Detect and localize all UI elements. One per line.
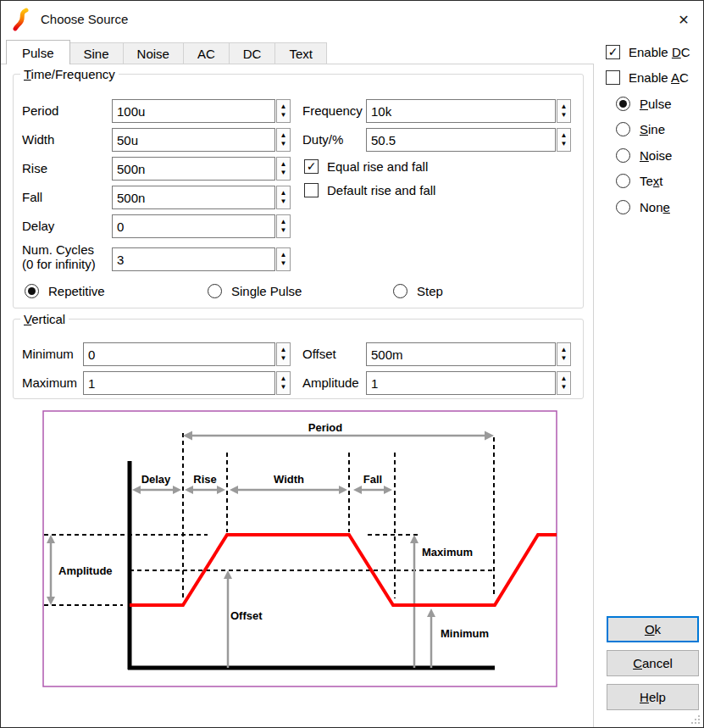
spin-up-icon[interactable]: ▲ — [280, 375, 287, 383]
fall-spinner[interactable]: ▲▼ — [276, 186, 291, 209]
maximum-field[interactable] — [83, 371, 275, 395]
single-pulse-radio[interactable] — [208, 284, 222, 298]
step-radio[interactable] — [393, 284, 407, 298]
source-sine-label: Sine — [640, 122, 665, 137]
maximum-spinner[interactable]: ▲▼ — [276, 371, 291, 395]
spin-down-icon[interactable]: ▼ — [280, 140, 287, 148]
fall-field[interactable] — [112, 186, 275, 209]
app-logo-icon — [12, 8, 31, 31]
source-noise-radio[interactable] — [616, 148, 630, 163]
num-cycles-label-line1: Num. Cycles — [22, 242, 94, 257]
amplitude-spinner[interactable]: ▲▼ — [557, 371, 571, 395]
minimum-field[interactable] — [83, 342, 275, 366]
source-text-radio[interactable] — [616, 174, 630, 188]
ok-button[interactable]: Ok — [607, 616, 699, 642]
spin-down-icon[interactable]: ▼ — [280, 226, 287, 235]
tab-noise[interactable]: Noise — [123, 42, 184, 64]
spin-up-icon[interactable]: ▲ — [280, 189, 287, 197]
arrowhead-left-icon — [353, 486, 362, 494]
amplitude-label: Amplitude — [302, 371, 359, 395]
spin-down-icon[interactable]: ▼ — [280, 259, 287, 268]
spin-down-icon[interactable]: ▼ — [280, 354, 287, 363]
window-title: Choose Source — [41, 11, 128, 28]
minimum-spinner[interactable]: ▲▼ — [276, 342, 291, 366]
spin-up-icon[interactable]: ▲ — [280, 218, 287, 226]
rise-field[interactable] — [112, 157, 275, 181]
offset-spinner[interactable]: ▲▼ — [557, 342, 571, 366]
tab-sine[interactable]: Sine — [69, 42, 124, 64]
spin-down-icon[interactable]: ▼ — [280, 197, 287, 206]
duty-field[interactable] — [366, 128, 556, 152]
amplitude-field[interactable] — [366, 371, 556, 395]
delay-field[interactable] — [112, 214, 275, 238]
spin-down-icon[interactable]: ▼ — [280, 111, 287, 119]
rise-spinner[interactable]: ▲▼ — [276, 157, 291, 181]
period-spinner[interactable]: ▲▼ — [276, 99, 291, 123]
enable-ac-label: Enable AC — [629, 70, 689, 86]
amplitude-diagram-label: Amplitude — [58, 564, 113, 577]
spin-down-icon[interactable]: ▼ — [561, 111, 568, 119]
source-none-label: None — [640, 200, 670, 215]
help-button[interactable]: Help — [607, 684, 699, 710]
default-rise-fall-checkbox[interactable]: ✓ — [304, 183, 319, 197]
time-frequency-title: Time/Frequency — [20, 66, 119, 82]
arrowhead-left-icon — [132, 486, 141, 494]
cancel-button[interactable]: Cancel — [607, 650, 699, 676]
spin-down-icon[interactable]: ▼ — [280, 383, 287, 392]
minimum-diagram-label: Minimum — [441, 627, 489, 640]
offset-field[interactable] — [366, 342, 556, 366]
source-pulse-radio[interactable] — [616, 97, 630, 111]
source-sine-radio[interactable] — [616, 122, 630, 136]
arrowhead-right-icon — [485, 431, 494, 441]
vertical-group: Vertical Minimum ▲▼ Maximum ▲▼ Offset ▲▼… — [13, 319, 584, 399]
tab-text[interactable]: Text — [274, 42, 327, 64]
spin-up-icon[interactable]: ▲ — [280, 251, 287, 259]
spin-down-icon[interactable]: ▼ — [280, 169, 287, 177]
enable-ac-checkbox[interactable]: ✓ — [606, 70, 620, 85]
spin-up-icon[interactable]: ▲ — [280, 160, 287, 169]
arrowhead-up-icon — [410, 535, 419, 543]
resize-grip[interactable] — [690, 714, 701, 725]
diagram-frame — [43, 411, 557, 686]
close-icon[interactable]: ✕ — [671, 8, 696, 31]
rise-label: Rise — [22, 157, 47, 181]
period-label: Period — [22, 99, 58, 123]
spin-down-icon[interactable]: ▼ — [561, 140, 568, 148]
frequency-field[interactable] — [366, 99, 556, 123]
equal-rise-fall-checkbox[interactable]: ✓ — [304, 159, 319, 174]
spin-up-icon[interactable]: ▲ — [280, 131, 287, 140]
tab-dc[interactable]: DC — [229, 42, 276, 64]
spin-up-icon[interactable]: ▲ — [280, 103, 287, 111]
frequency-spinner[interactable]: ▲▼ — [557, 99, 571, 123]
spin-up-icon[interactable]: ▲ — [561, 375, 568, 383]
delay-spinner[interactable]: ▲▼ — [276, 214, 291, 238]
spin-up-icon[interactable]: ▲ — [280, 346, 287, 354]
repetitive-radio[interactable] — [25, 284, 39, 298]
step-label: Step — [417, 284, 443, 299]
arrowhead-left-icon — [230, 486, 238, 494]
tab-pulse[interactable]: Pulse — [6, 40, 70, 64]
repetitive-label: Repetitive — [48, 284, 105, 299]
arrowhead-down-icon — [47, 597, 55, 605]
width-spinner[interactable]: ▲▼ — [276, 128, 291, 152]
source-tabs: Pulse Sine Noise AC DC Text — [6, 40, 326, 64]
spin-up-icon[interactable]: ▲ — [561, 103, 568, 111]
arrowhead-right-icon — [217, 486, 225, 494]
enable-dc-checkbox[interactable]: ✓ — [606, 45, 620, 59]
tab-ac[interactable]: AC — [183, 42, 230, 64]
period-diagram-label: Period — [308, 421, 343, 434]
offset-diagram-label: Offset — [230, 609, 263, 622]
duty-spinner[interactable]: ▲▼ — [557, 128, 571, 152]
period-field[interactable] — [112, 99, 275, 123]
maximum-label: Maximum — [22, 371, 77, 395]
spin-up-icon[interactable]: ▲ — [561, 131, 568, 140]
num-cycles-field[interactable] — [112, 247, 275, 271]
source-none-radio[interactable] — [616, 200, 630, 214]
pulse-waveform-diagram: Period Delay Rise Width Fall Amplitude M… — [42, 410, 557, 687]
spin-up-icon[interactable]: ▲ — [561, 346, 568, 354]
spin-down-icon[interactable]: ▼ — [561, 354, 568, 363]
offset-label: Offset — [302, 342, 336, 366]
num-cycles-spinner[interactable]: ▲▼ — [276, 247, 291, 271]
width-field[interactable] — [112, 128, 275, 152]
spin-down-icon[interactable]: ▼ — [561, 383, 568, 392]
